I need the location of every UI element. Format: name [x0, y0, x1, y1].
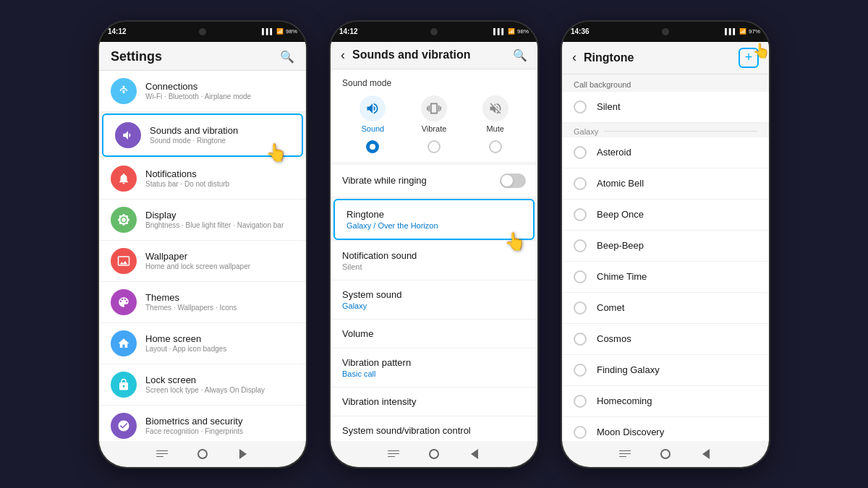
biometrics-icon: [111, 413, 137, 439]
radio-beep-once[interactable]: [574, 208, 587, 221]
signal-icon-2: ▌▌▌: [493, 28, 506, 35]
settings-item-display[interactable]: Display Brightness · Blue light filter ·…: [99, 200, 306, 241]
phone-3: 14:36 ▌▌▌ 📶 97% ‹ Ringtone + 👆 Call back…: [561, 20, 770, 468]
ringtone-chime-time[interactable]: Chime Time: [562, 262, 769, 293]
sound-label-vibrate: Vibrate: [422, 124, 447, 133]
radio-comet[interactable]: [574, 301, 587, 314]
settings-item-biometrics[interactable]: Biometrics and security Face recognition…: [99, 406, 306, 441]
nav-back-1[interactable]: [237, 448, 249, 460]
radio-cosmos[interactable]: [574, 333, 587, 346]
lock-text: Lock screen Screen lock type · Always On…: [145, 374, 294, 394]
wallpaper-name: Wallpaper: [145, 251, 294, 262]
settings-item-home[interactable]: Home screen Layout · App icon badges: [99, 323, 306, 364]
display-icon: [111, 207, 137, 233]
nav-home-3[interactable]: [660, 448, 671, 460]
add-ringtone-button[interactable]: + 👆: [739, 48, 759, 68]
ringtone-sub: Galaxy / Over the Horizon: [346, 221, 522, 230]
ringtone-moon-discovery-name: Moon Discovery: [597, 427, 664, 437]
cursor-hand-3: 👆: [752, 42, 769, 59]
wifi-icon-2: 📶: [508, 28, 515, 35]
radio-vibrate[interactable]: [427, 140, 441, 153]
ringtone-beep-beep[interactable]: Beep-Beep: [562, 231, 769, 262]
sounds-icon: [115, 122, 141, 148]
notifications-sub: Status bar · Do not disturb: [145, 180, 294, 188]
sounds-vibration-title: Sounds and vibration: [352, 48, 506, 61]
ringtone-asteroid[interactable]: Asteroid: [562, 137, 769, 168]
settings-item-themes[interactable]: Themes Themes · Wallpapers · Icons: [99, 282, 306, 323]
nav-recent-2[interactable]: [388, 448, 399, 460]
sound-label-sound: Sound: [361, 124, 384, 133]
ringtone-beep-beep-name: Beep-Beep: [597, 240, 644, 251]
radio-beep-beep[interactable]: [574, 239, 587, 252]
radio-moon-discovery[interactable]: [574, 426, 587, 439]
ringtone-item[interactable]: Ringtone Galaxy / Over the Horizon 👆: [333, 199, 535, 240]
vibrate-row: Vibrate while ringing: [331, 165, 537, 197]
ringtone-moon-discovery[interactable]: Moon Discovery: [562, 417, 769, 441]
system-sound-vibration-title: System sound/vibration control: [342, 425, 526, 436]
vibration-pattern-item[interactable]: Vibration pattern Basic call: [331, 348, 537, 388]
nav-recent-3[interactable]: [619, 448, 631, 460]
ringtone-finding-galaxy[interactable]: Finding Galaxy: [562, 355, 769, 386]
sounds-header: ‹ Sounds and vibration 🔍: [331, 42, 537, 69]
phone-2: 14:12 ▌▌▌ 📶 98% ‹ Sounds and vibration 🔍…: [329, 20, 539, 468]
radio-asteroid[interactable]: [574, 146, 587, 159]
notification-sound-item[interactable]: Notification sound Silent: [331, 241, 537, 281]
wallpaper-text: Wallpaper Home and lock screen wallpaper: [145, 251, 294, 270]
search-icon-2[interactable]: 🔍: [513, 48, 527, 62]
ringtone-silent-name: Silent: [597, 101, 621, 112]
system-sound-sub: Galaxy: [342, 301, 526, 310]
nav-back-3[interactable]: [700, 448, 712, 460]
phone-3-notch: 14:36 ▌▌▌ 📶 97%: [562, 22, 769, 42]
radio-chime-time[interactable]: [574, 270, 587, 283]
ringtone-title: Ringtone: [346, 209, 522, 220]
phone-1: 14:12 ▌▌▌ 📶 98% Settings 🔍: [98, 20, 307, 468]
vibration-intensity-item[interactable]: Vibration intensity: [331, 388, 537, 416]
ringtone-homecoming[interactable]: Homecoming: [562, 386, 769, 417]
ringtone-beep-once[interactable]: Beep Once: [562, 200, 769, 231]
radio-atomic-bell[interactable]: [574, 177, 587, 190]
vibrate-toggle[interactable]: [500, 174, 526, 188]
radio-finding-galaxy[interactable]: [574, 364, 587, 377]
wifi-icon: 📶: [276, 28, 284, 35]
back-arrow-2[interactable]: ‹: [341, 48, 345, 63]
notifications-name: Notifications: [145, 168, 294, 179]
nav-back-2[interactable]: [469, 448, 480, 460]
ringtone-atomic-bell[interactable]: Atomic Bell: [562, 168, 769, 200]
volume-item[interactable]: Volume: [331, 320, 537, 348]
radio-mute[interactable]: [489, 140, 502, 153]
settings-item-connections[interactable]: Connections Wi-Fi · Bluetooth · Airplane…: [99, 71, 306, 112]
settings-item-sounds[interactable]: Sounds and vibration Sound mode · Ringto…: [102, 114, 303, 157]
ringtone-asteroid-name: Asteroid: [597, 147, 631, 158]
search-icon-1[interactable]: 🔍: [280, 50, 294, 64]
themes-sub: Themes · Wallpapers · Icons: [145, 304, 294, 312]
nav-home-2[interactable]: [428, 448, 440, 460]
nav-home-1[interactable]: [197, 448, 208, 460]
sound-option-vibrate[interactable]: Vibrate: [421, 95, 447, 133]
sound-option-sound[interactable]: Sound: [359, 95, 386, 133]
ringtone-comet[interactable]: Comet: [562, 293, 769, 324]
nav-recent-1[interactable]: [156, 448, 168, 460]
galaxy-label-text: Galaxy: [574, 127, 598, 136]
connections-text: Connections Wi-Fi · Bluetooth · Airplane…: [145, 81, 294, 100]
time-3: 14:36: [571, 27, 590, 35]
ringtone-cosmos-name: Cosmos: [597, 333, 631, 344]
notifications-icon: [111, 166, 137, 192]
back-arrow-3[interactable]: ‹: [572, 50, 576, 65]
system-sound-item[interactable]: System sound Galaxy: [331, 281, 537, 320]
system-sound-vibration-item[interactable]: System sound/vibration control: [331, 416, 537, 441]
settings-item-notifications[interactable]: Notifications Status bar · Do not distur…: [99, 158, 306, 200]
sound-option-mute[interactable]: Mute: [482, 95, 509, 133]
phone-2-notch: 14:12 ▌▌▌ 📶 98%: [331, 22, 537, 42]
sounds-name: Sounds and vibration: [150, 125, 290, 136]
ringtone-atomic-bell-name: Atomic Bell: [597, 178, 644, 189]
settings-item-wallpaper[interactable]: Wallpaper Home and lock screen wallpaper: [99, 241, 306, 282]
radio-silent[interactable]: [574, 100, 587, 114]
phone-3-screen: ‹ Ringtone + 👆 Call background Silent Ga…: [562, 42, 769, 441]
settings-title: Settings: [111, 49, 162, 64]
ringtone-cosmos[interactable]: Cosmos: [562, 324, 769, 355]
ringtone-finding-galaxy-name: Finding Galaxy: [597, 364, 660, 375]
radio-homecoming[interactable]: [574, 395, 587, 408]
ringtone-silent[interactable]: Silent: [562, 92, 769, 123]
settings-item-lock[interactable]: Lock screen Screen lock type · Always On…: [99, 364, 306, 406]
radio-sound[interactable]: [366, 140, 379, 153]
